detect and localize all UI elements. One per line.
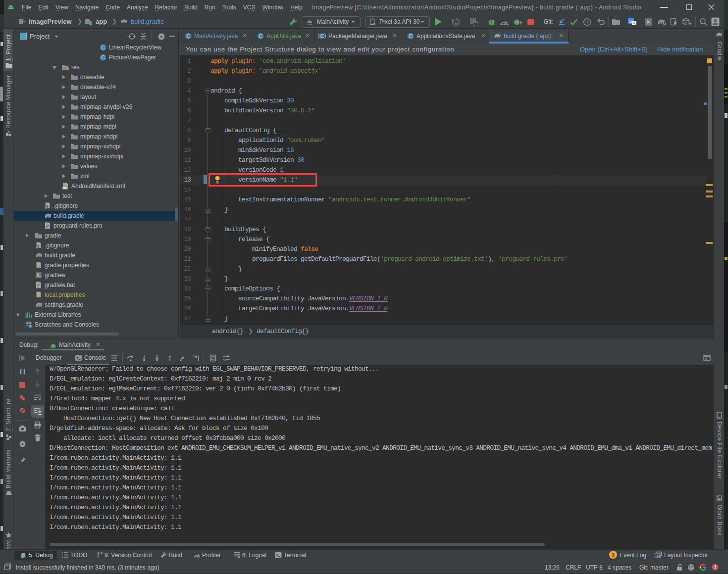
svg-text:C: C [320, 33, 324, 39]
svg-text:A: A [455, 21, 458, 25]
